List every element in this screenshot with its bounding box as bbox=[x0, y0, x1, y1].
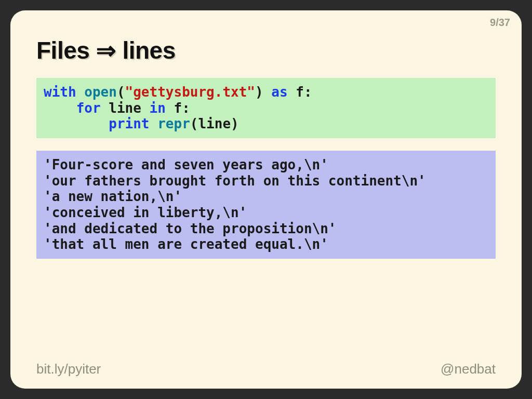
output-block: 'Four-score and seven years ago,\n' 'our… bbox=[36, 151, 496, 259]
code-token-kw: for bbox=[76, 100, 101, 116]
code-token-str: "gettysburg.txt" bbox=[125, 84, 255, 100]
code-token-fn: repr bbox=[157, 116, 190, 131]
code-token-kw: in bbox=[150, 100, 166, 116]
code-token-kw: print bbox=[109, 116, 149, 131]
code-token-kw: as bbox=[271, 84, 287, 100]
code-token-fn: open bbox=[84, 84, 117, 100]
code-token-kw: with bbox=[44, 84, 76, 100]
footer: bit.ly/pyiter @nedbat bbox=[36, 361, 496, 377]
slide-title: Files ⇒ lines bbox=[36, 36, 496, 64]
footer-handle: @nedbat bbox=[441, 361, 496, 377]
code-block: with open("gettysburg.txt") as f: for li… bbox=[36, 78, 496, 138]
page-counter: 9/37 bbox=[490, 17, 510, 29]
footer-link: bit.ly/pyiter bbox=[36, 361, 101, 377]
slide: 9/37 Files ⇒ lines with open("gettysburg… bbox=[10, 10, 522, 389]
